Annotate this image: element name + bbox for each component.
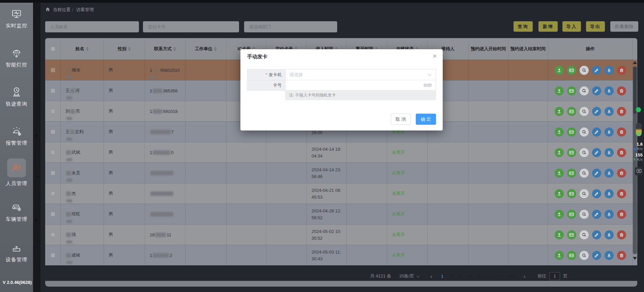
sort-caret-icon[interactable]	[214, 47, 217, 51]
sidebar-item-smart-light[interactable]: 智能灯控	[0, 47, 33, 68]
row-action-view-button[interactable]	[580, 107, 589, 116]
row-action-edit-button[interactable]	[592, 148, 601, 157]
row-checkbox[interactable]	[51, 232, 55, 237]
row-action-edit-button[interactable]	[592, 86, 601, 95]
row-checkbox[interactable]	[51, 150, 55, 155]
row-action-return-card-button[interactable]	[567, 230, 576, 239]
row-checkbox[interactable]	[51, 88, 55, 93]
row-action-issue-card-button[interactable]	[555, 66, 564, 75]
row-action-issue-card-button[interactable]	[555, 86, 564, 95]
add-button[interactable]: 新增	[538, 21, 558, 32]
row-action-track-person-button[interactable]	[605, 251, 614, 260]
row-action-view-button[interactable]	[580, 127, 589, 137]
scrollbar-thumb[interactable]	[633, 67, 637, 114]
row-action-view-button[interactable]	[580, 189, 589, 198]
row-action-return-card-button[interactable]	[567, 169, 576, 178]
sidebar-item-track-query[interactable]: 轨迹查询	[0, 86, 33, 107]
sidebar-item-device-mgmt[interactable]: 设备管理	[0, 243, 33, 263]
row-action-issue-card-button[interactable]	[555, 230, 564, 239]
row-action-issue-card-button[interactable]	[555, 107, 564, 116]
row-action-issue-card-button[interactable]	[555, 127, 564, 137]
row-action-track-person-button[interactable]	[605, 210, 614, 219]
row-action-return-card-button[interactable]	[567, 189, 576, 198]
row-action-delete-button[interactable]	[617, 230, 626, 239]
row-action-delete-button[interactable]	[617, 127, 626, 137]
row-action-issue-card-button[interactable]	[555, 189, 564, 198]
row-action-delete-button[interactable]	[617, 251, 626, 260]
row-action-track-person-button[interactable]	[605, 107, 614, 116]
row-action-track-person-button[interactable]	[605, 66, 614, 75]
page-number-2[interactable]: 2	[447, 274, 456, 279]
page-size-select[interactable]: 20条/页	[399, 273, 414, 279]
sidebar-item-realtime-monitor[interactable]: 实时监控	[0, 9, 33, 29]
row-action-edit-button[interactable]	[592, 169, 601, 178]
row-action-delete-button[interactable]	[617, 86, 626, 95]
batch-delete-button[interactable]: 批量删除	[610, 21, 638, 32]
card-number-input[interactable]: 0/20	[286, 80, 436, 90]
row-action-return-card-button[interactable]	[567, 86, 576, 95]
row-action-edit-button[interactable]	[592, 127, 601, 137]
card-search-input[interactable]: 定位卡号	[143, 21, 239, 32]
table-row[interactable]: 武斌男102024-04-14 18:04:34未离开	[45, 142, 637, 163]
row-checkbox[interactable]	[51, 109, 55, 114]
card-machine-select[interactable]: 请选择	[286, 69, 436, 80]
table-row[interactable]: 强男18112024-05-02 10:35:52未离开	[45, 224, 637, 245]
row-action-view-button[interactable]	[580, 169, 589, 178]
header-cell-workunit[interactable]: 工作单位	[185, 38, 227, 60]
row-action-issue-card-button[interactable]	[555, 210, 564, 219]
row-action-return-card-button[interactable]	[567, 210, 576, 219]
row-checkbox[interactable]	[51, 68, 55, 72]
page-number-3[interactable]: 3	[456, 274, 465, 279]
sort-caret-icon[interactable]	[128, 47, 131, 51]
department-select[interactable]: 请选择部门	[244, 21, 337, 32]
header-cell-phone[interactable]: 联系方式	[145, 38, 185, 60]
sidebar-item-vehicle-mgmt[interactable]: 车辆管理	[0, 202, 33, 223]
table-row[interactable]: 杰男2024-04-21 08:45:53未离开	[45, 183, 637, 204]
row-checkbox[interactable]	[51, 253, 55, 258]
sidebar-item-person-mgmt[interactable]: 人员管理	[0, 158, 33, 187]
row-action-edit-button[interactable]	[592, 230, 601, 239]
page-number-6[interactable]: 6	[484, 274, 493, 279]
row-action-delete-button[interactable]	[617, 210, 626, 219]
import-button[interactable]: 导入	[562, 21, 581, 32]
screenshot-camera-widget[interactable]	[635, 167, 643, 175]
row-action-delete-button[interactable]	[617, 148, 626, 157]
header-cell-name[interactable]: 姓名	[61, 38, 104, 60]
row-action-track-person-button[interactable]	[605, 189, 614, 198]
row-action-return-card-button[interactable]	[567, 127, 576, 137]
row-action-edit-button[interactable]	[592, 189, 601, 198]
goto-page-input[interactable]: 1	[549, 272, 560, 280]
table-row[interactable]: 培旺男2024-04-26 12:58:52未离开	[45, 204, 637, 224]
row-action-return-card-button[interactable]	[567, 148, 576, 157]
row-checkbox[interactable]	[51, 129, 55, 134]
table-row[interactable]: 成铭男122024-05-03 11:30:43未离开	[45, 245, 637, 265]
row-action-return-card-button[interactable]	[567, 251, 576, 260]
page-number-4[interactable]: 4	[465, 274, 474, 279]
confirm-button[interactable]: 确定	[416, 114, 436, 125]
sort-caret-icon[interactable]	[173, 47, 176, 51]
row-action-track-person-button[interactable]	[605, 127, 614, 137]
row-action-track-person-button[interactable]	[605, 86, 614, 95]
row-action-edit-button[interactable]	[592, 251, 601, 260]
page-ellipsis[interactable]: •••	[493, 274, 504, 279]
search-button[interactable]: 查询	[514, 21, 533, 32]
export-button[interactable]: 导出	[586, 21, 605, 32]
row-action-issue-card-button[interactable]	[555, 251, 564, 260]
page-number-5[interactable]: 5	[474, 274, 484, 279]
name-search-input[interactable]: 人员姓名	[45, 21, 139, 32]
next-page-button[interactable]: ›	[521, 273, 528, 279]
close-icon[interactable]: ×	[433, 53, 437, 59]
row-action-view-button[interactable]	[580, 148, 589, 157]
row-action-view-button[interactable]	[580, 66, 589, 75]
row-action-delete-button[interactable]	[617, 66, 626, 75]
table-row[interactable]: 永贵男2024-04-14 23:58:46未离开	[45, 163, 637, 183]
scroll-down-icon[interactable]	[633, 257, 637, 260]
row-action-issue-card-button[interactable]	[555, 148, 564, 157]
row-action-edit-button[interactable]	[592, 66, 601, 75]
row-action-delete-button[interactable]	[617, 189, 626, 198]
row-action-edit-button[interactable]	[592, 210, 601, 219]
row-action-edit-button[interactable]	[592, 107, 601, 116]
row-action-track-person-button[interactable]	[605, 148, 614, 157]
row-checkbox[interactable]	[51, 191, 55, 196]
sort-caret-icon[interactable]	[86, 47, 89, 51]
